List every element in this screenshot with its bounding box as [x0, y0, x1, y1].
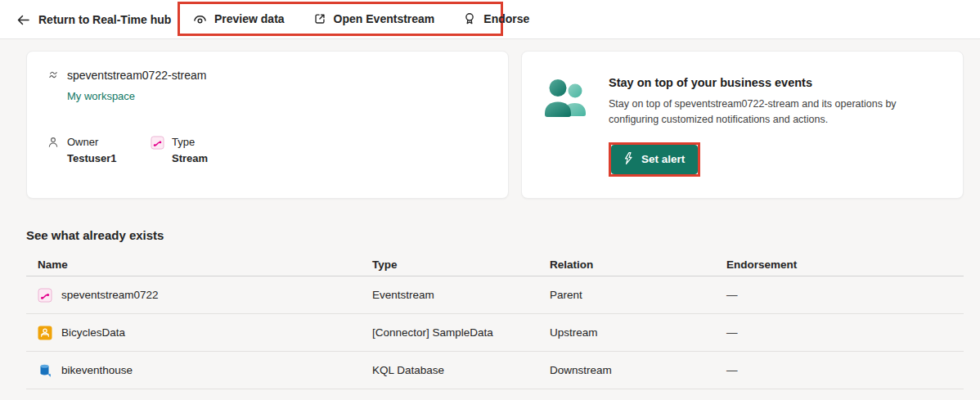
- item-name: bikeventhouse: [61, 364, 133, 376]
- person-icon: [47, 136, 60, 164]
- related-section-heading: See what already exists: [26, 228, 964, 242]
- endorse-button[interactable]: Endorse: [462, 11, 529, 26]
- table-row[interactable]: speventstream0722 Eventstream Parent —: [26, 276, 964, 314]
- workspace-link[interactable]: My workspace: [67, 90, 135, 102]
- set-alert-annotation-box: Set alert: [609, 142, 700, 177]
- eventstream-icon: [38, 288, 52, 303]
- stream-info-card: speventstream0722-stream My workspace Ow…: [26, 51, 509, 199]
- item-relation: Downstream: [550, 364, 726, 376]
- item-endorsement: —: [726, 364, 964, 376]
- item-relation: Upstream: [550, 326, 726, 339]
- item-type: KQL Database: [372, 364, 550, 376]
- item-endorsement: —: [726, 326, 964, 339]
- column-header-name: Name: [26, 258, 372, 271]
- endorse-label: Endorse: [483, 12, 529, 25]
- column-header-type: Type: [372, 258, 550, 271]
- set-alert-button[interactable]: Set alert: [611, 145, 698, 174]
- people-icon: [542, 68, 589, 182]
- type-value: Stream: [172, 152, 208, 164]
- item-name: BicyclesData: [61, 326, 125, 339]
- endorse-ribbon-icon: [462, 11, 477, 26]
- connector-bicycle-icon: [38, 326, 52, 340]
- preview-data-label: Preview data: [214, 12, 285, 25]
- set-alert-label: Set alert: [641, 153, 685, 165]
- type-label: Type: [172, 136, 208, 148]
- preview-eye-icon: [192, 11, 208, 27]
- toolbar-annotation-box: Preview data Open Eventstream Endorse: [178, 2, 503, 36]
- item-type: Eventstream: [372, 289, 550, 301]
- preview-data-button[interactable]: Preview data: [192, 11, 285, 27]
- owner-label: Owner: [67, 136, 116, 148]
- column-header-relation: Relation: [550, 258, 726, 271]
- open-external-icon: [312, 11, 327, 26]
- kql-database-icon: [38, 363, 52, 378]
- item-endorsement: —: [726, 289, 964, 301]
- table-row[interactable]: bikeventhouse KQL Database Downstream —: [26, 352, 964, 389]
- page-content: speventstream0722-stream My workspace Ow…: [0, 39, 980, 400]
- open-eventstream-label: Open Eventstream: [334, 12, 435, 25]
- eventstream-type-icon: [151, 136, 164, 164]
- set-alert-card: Stay on top of your business events Stay…: [521, 51, 964, 199]
- toolbar: Return to Real-Time hub Preview data Ope…: [0, 0, 980, 39]
- alert-card-title: Stay on top of your business events: [609, 76, 943, 89]
- owner-block: Owner Testuser1: [47, 136, 151, 164]
- item-type: [Connector] SampleData: [372, 326, 550, 339]
- owner-value: Testuser1: [67, 152, 116, 164]
- type-block: Type Stream: [151, 136, 254, 164]
- alert-bolt-icon: [622, 151, 634, 168]
- stream-title: speventstream0722-stream: [67, 69, 206, 82]
- related-items-table: Name Type Relation Endorsement speventst…: [26, 254, 964, 389]
- item-relation: Parent: [550, 289, 726, 301]
- stream-icon: [47, 69, 60, 82]
- table-header-row: Name Type Relation Endorsement: [26, 254, 964, 276]
- alert-card-description: Stay on top of speventstream0722-stream …: [609, 97, 943, 128]
- return-to-hub-button[interactable]: Return to Real-Time hub: [16, 0, 171, 39]
- table-row[interactable]: BicyclesData [Connector] SampleData Upst…: [26, 314, 964, 352]
- return-to-hub-label: Return to Real-Time hub: [38, 13, 171, 26]
- item-name: speventstream0722: [61, 289, 159, 301]
- column-header-endorsement: Endorsement: [726, 258, 964, 271]
- open-eventstream-button[interactable]: Open Eventstream: [312, 11, 435, 26]
- back-arrow-icon: [16, 13, 30, 27]
